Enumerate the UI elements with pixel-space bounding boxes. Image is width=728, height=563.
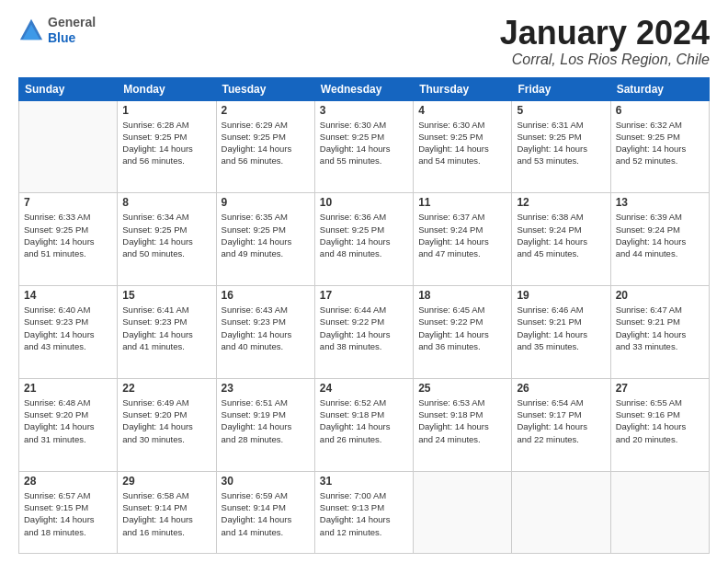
day-cell: 20Sunrise: 6:47 AM Sunset: 9:21 PM Dayli… — [610, 286, 709, 379]
day-info: Sunrise: 6:40 AM Sunset: 9:23 PM Dayligh… — [24, 304, 112, 352]
day-info: Sunrise: 6:33 AM Sunset: 9:25 PM Dayligh… — [24, 211, 112, 259]
calendar-table: Sunday Monday Tuesday Wednesday Thursday… — [18, 77, 710, 554]
day-cell: 7Sunrise: 6:33 AM Sunset: 9:25 PM Daylig… — [19, 193, 118, 286]
logo-blue: Blue — [48, 30, 75, 45]
day-cell: 8Sunrise: 6:34 AM Sunset: 9:25 PM Daylig… — [118, 193, 216, 286]
week-row-5: 28Sunrise: 6:57 AM Sunset: 9:15 PM Dayli… — [19, 471, 710, 553]
logo-general: General — [48, 15, 96, 29]
day-number: 3 — [320, 104, 408, 117]
logo: General Blue — [18, 15, 96, 46]
day-info: Sunrise: 6:48 AM Sunset: 9:20 PM Dayligh… — [24, 396, 112, 445]
day-number: 29 — [122, 475, 210, 488]
day-number: 14 — [24, 289, 112, 302]
day-cell: 16Sunrise: 6:43 AM Sunset: 9:23 PM Dayli… — [216, 286, 314, 379]
day-number: 5 — [517, 104, 605, 117]
day-cell — [512, 471, 610, 553]
header-row: Sunday Monday Tuesday Wednesday Thursday… — [19, 77, 710, 100]
day-number: 6 — [616, 104, 704, 117]
day-number: 18 — [418, 289, 506, 302]
day-cell — [414, 471, 512, 553]
day-cell: 19Sunrise: 6:46 AM Sunset: 9:21 PM Dayli… — [512, 286, 610, 379]
col-wednesday: Wednesday — [314, 77, 413, 100]
day-cell: 22Sunrise: 6:49 AM Sunset: 9:20 PM Dayli… — [118, 378, 216, 471]
logo-text: General Blue — [48, 15, 96, 46]
day-info: Sunrise: 7:00 AM Sunset: 9:13 PM Dayligh… — [320, 489, 408, 538]
day-info: Sunrise: 6:39 AM Sunset: 9:24 PM Dayligh… — [616, 211, 704, 259]
day-cell: 5Sunrise: 6:31 AM Sunset: 9:25 PM Daylig… — [512, 100, 610, 193]
day-cell: 26Sunrise: 6:54 AM Sunset: 9:17 PM Dayli… — [512, 378, 610, 471]
calendar-page: General Blue January 2024 Corral, Los Ri… — [0, 0, 728, 563]
col-sunday: Sunday — [19, 77, 118, 100]
col-tuesday: Tuesday — [216, 77, 314, 100]
day-cell: 10Sunrise: 6:36 AM Sunset: 9:25 PM Dayli… — [314, 193, 413, 286]
day-cell: 30Sunrise: 6:59 AM Sunset: 9:14 PM Dayli… — [216, 471, 314, 553]
day-number: 31 — [320, 475, 408, 488]
day-info: Sunrise: 6:32 AM Sunset: 9:25 PM Dayligh… — [616, 119, 704, 167]
day-info: Sunrise: 6:31 AM Sunset: 9:25 PM Dayligh… — [517, 119, 605, 167]
day-number: 4 — [418, 104, 506, 117]
day-info: Sunrise: 6:52 AM Sunset: 9:18 PM Dayligh… — [320, 396, 408, 445]
title-month: January 2024 — [500, 15, 710, 52]
day-info: Sunrise: 6:51 AM Sunset: 9:19 PM Dayligh… — [222, 396, 310, 445]
day-info: Sunrise: 6:35 AM Sunset: 9:25 PM Dayligh… — [222, 211, 310, 259]
col-monday: Monday — [118, 77, 216, 100]
day-info: Sunrise: 6:44 AM Sunset: 9:22 PM Dayligh… — [320, 304, 408, 352]
day-cell: 23Sunrise: 6:51 AM Sunset: 9:19 PM Dayli… — [216, 378, 314, 471]
day-info: Sunrise: 6:34 AM Sunset: 9:25 PM Dayligh… — [122, 211, 210, 259]
day-number: 27 — [616, 382, 704, 395]
week-row-2: 7Sunrise: 6:33 AM Sunset: 9:25 PM Daylig… — [19, 193, 710, 286]
day-cell: 6Sunrise: 6:32 AM Sunset: 9:25 PM Daylig… — [610, 100, 709, 193]
day-number: 16 — [222, 289, 310, 302]
day-number: 1 — [122, 104, 210, 117]
day-cell: 28Sunrise: 6:57 AM Sunset: 9:15 PM Dayli… — [19, 471, 118, 553]
day-info: Sunrise: 6:45 AM Sunset: 9:22 PM Dayligh… — [418, 304, 506, 352]
header: General Blue January 2024 Corral, Los Ri… — [18, 15, 710, 68]
week-row-3: 14Sunrise: 6:40 AM Sunset: 9:23 PM Dayli… — [19, 286, 710, 379]
day-number: 25 — [418, 382, 506, 395]
day-cell: 25Sunrise: 6:53 AM Sunset: 9:18 PM Dayli… — [414, 378, 512, 471]
title-block: January 2024 Corral, Los Rios Region, Ch… — [500, 15, 710, 68]
day-cell: 11Sunrise: 6:37 AM Sunset: 9:24 PM Dayli… — [414, 193, 512, 286]
day-number: 10 — [320, 196, 408, 209]
day-info: Sunrise: 6:36 AM Sunset: 9:25 PM Dayligh… — [320, 211, 408, 259]
day-number: 20 — [616, 289, 704, 302]
day-cell: 29Sunrise: 6:58 AM Sunset: 9:14 PM Dayli… — [118, 471, 216, 553]
day-number: 8 — [122, 196, 210, 209]
day-cell: 17Sunrise: 6:44 AM Sunset: 9:22 PM Dayli… — [314, 286, 413, 379]
day-info: Sunrise: 6:49 AM Sunset: 9:20 PM Dayligh… — [122, 396, 210, 445]
day-info: Sunrise: 6:38 AM Sunset: 9:24 PM Dayligh… — [517, 211, 605, 259]
day-info: Sunrise: 6:59 AM Sunset: 9:14 PM Dayligh… — [222, 489, 310, 538]
day-info: Sunrise: 6:54 AM Sunset: 9:17 PM Dayligh… — [517, 396, 605, 445]
day-info: Sunrise: 6:53 AM Sunset: 9:18 PM Dayligh… — [418, 396, 506, 445]
day-number: 7 — [24, 196, 112, 209]
day-cell: 27Sunrise: 6:55 AM Sunset: 9:16 PM Dayli… — [610, 378, 709, 471]
day-cell: 12Sunrise: 6:38 AM Sunset: 9:24 PM Dayli… — [512, 193, 610, 286]
day-cell — [19, 100, 118, 193]
day-number: 28 — [24, 475, 112, 488]
day-number: 13 — [616, 196, 704, 209]
day-info: Sunrise: 6:41 AM Sunset: 9:23 PM Dayligh… — [122, 304, 210, 352]
day-number: 22 — [122, 382, 210, 395]
col-friday: Friday — [512, 77, 610, 100]
day-info: Sunrise: 6:30 AM Sunset: 9:25 PM Dayligh… — [418, 119, 506, 167]
day-number: 26 — [517, 382, 605, 395]
day-number: 23 — [222, 382, 310, 395]
day-cell: 4Sunrise: 6:30 AM Sunset: 9:25 PM Daylig… — [414, 100, 512, 193]
day-info: Sunrise: 6:47 AM Sunset: 9:21 PM Dayligh… — [616, 304, 704, 352]
day-number: 30 — [222, 475, 310, 488]
week-row-4: 21Sunrise: 6:48 AM Sunset: 9:20 PM Dayli… — [19, 378, 710, 471]
title-location: Corral, Los Rios Region, Chile — [500, 52, 710, 68]
day-cell: 9Sunrise: 6:35 AM Sunset: 9:25 PM Daylig… — [216, 193, 314, 286]
day-number: 19 — [517, 289, 605, 302]
day-cell: 1Sunrise: 6:28 AM Sunset: 9:25 PM Daylig… — [118, 100, 216, 193]
day-info: Sunrise: 6:29 AM Sunset: 9:25 PM Dayligh… — [222, 119, 310, 167]
day-number: 11 — [418, 196, 506, 209]
day-info: Sunrise: 6:58 AM Sunset: 9:14 PM Dayligh… — [122, 489, 210, 538]
day-number: 2 — [222, 104, 310, 117]
day-info: Sunrise: 6:30 AM Sunset: 9:25 PM Dayligh… — [320, 119, 408, 167]
day-number: 21 — [24, 382, 112, 395]
day-cell: 24Sunrise: 6:52 AM Sunset: 9:18 PM Dayli… — [314, 378, 413, 471]
day-cell: 14Sunrise: 6:40 AM Sunset: 9:23 PM Dayli… — [19, 286, 118, 379]
day-number: 9 — [222, 196, 310, 209]
logo-icon — [18, 17, 44, 43]
